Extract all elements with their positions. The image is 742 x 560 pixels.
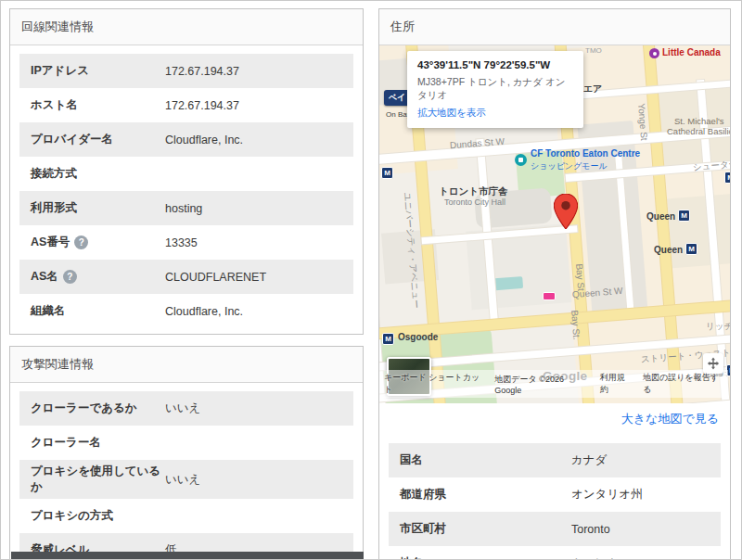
row-label-text: クローラーであるか <box>31 401 137 416</box>
row-label-text: 組織名 <box>31 303 66 319</box>
table-row: 組織名 Cloudflare, Inc. <box>19 294 353 328</box>
address-panel-title: 住所 <box>379 9 730 45</box>
row-label: プロキシを使用しているか <box>31 464 165 495</box>
row-label: プロキシの方式 <box>31 508 165 524</box>
subway-station-icon: M <box>724 172 730 184</box>
row-value: いいえ <box>165 472 342 488</box>
row-label: 組織名 <box>31 303 165 319</box>
map-label-queen-station: Queen <box>646 211 675 222</box>
row-label: ホスト名 <box>31 97 165 113</box>
larger-map-link[interactable]: 大きな地図で見る <box>621 412 719 426</box>
table-row: プロキシを使用しているか いいえ <box>19 460 353 499</box>
line-info-panel-title: 回線関連情報 <box>10 9 363 45</box>
row-label-text: プロキシの方式 <box>31 508 113 524</box>
row-value: CLOUDFLARENET <box>165 271 342 284</box>
row-label: クローラー名 <box>31 435 165 451</box>
map-info-card: 43°39'11.5"N 79°22'59.5"W MJ38+7PF トロント,… <box>407 51 583 128</box>
plus-code-address: MJ38+7PF トロント, カナダ オンタリオ <box>417 75 573 101</box>
row-label-text: AS番号 <box>31 235 70 250</box>
row-label: AS名? <box>31 269 165 285</box>
map-pin[interactable] <box>554 194 578 229</box>
row-label-text: ホスト名 <box>31 97 78 113</box>
table-row: AS名? CLOUDFLARENET <box>19 260 353 294</box>
right-column: 住所 <box>378 8 731 560</box>
attack-info-panel: 攻撃関連情報 クローラーであるか いいえ クローラー名 プロキシを使用しているか… <box>9 346 364 560</box>
row-label-text: 地名 <box>400 555 423 560</box>
keyboard-shortcuts-link[interactable]: キーボード ショートカット <box>384 372 483 396</box>
row-value: オンタリオ州 <box>571 487 710 503</box>
report-error-link[interactable]: 地図の誤りを報告する <box>643 372 723 396</box>
map-label-city-hall: トロント市庁舎 <box>439 185 507 198</box>
table-row: AS番号? 13335 <box>19 225 353 260</box>
row-label-text: プロキシを使用しているか <box>31 464 165 495</box>
row-label-text: 市区町村 <box>400 521 446 537</box>
table-row: 国名 カナダ <box>389 443 721 477</box>
help-icon[interactable]: ? <box>74 235 88 249</box>
table-row: 接続方式 <box>19 157 353 191</box>
attraction-icon <box>649 48 659 58</box>
row-label-text: プロバイダー名 <box>31 132 113 147</box>
street-label-richmond: リッチモ <box>706 321 730 333</box>
address-table: 国名 カナダ 都道府県 オンタリオ州 市区町村 Toronto 地名 トロント <box>379 435 730 560</box>
row-label: IPアドレス <box>31 63 165 79</box>
row-label: プロバイダー名 <box>31 132 165 147</box>
row-value: 172.67.194.37 <box>165 99 342 112</box>
row-label: AS番号? <box>31 235 165 250</box>
row-value: いいえ <box>165 401 342 416</box>
row-label-text: AS名 <box>31 269 58 285</box>
map-label-st-michaels: St. Michael's <box>674 116 724 126</box>
subway-station-icon: M <box>678 210 690 222</box>
row-label: 都道府県 <box>400 487 571 503</box>
map-pool <box>493 276 523 290</box>
row-label: クローラーであるか <box>31 401 165 416</box>
row-value: Cloudflare, Inc. <box>165 134 342 146</box>
row-value: 13335 <box>165 236 342 249</box>
map-label-st-michaels-2: Cathedral Basilica <box>667 126 730 136</box>
map-label-osgoode: Osgoode <box>398 332 438 342</box>
subway-station-icon: M <box>685 243 697 255</box>
map-attribution: キーボード ショートカット 地図データ ©2026 Google 利用規約 地図… <box>379 370 728 398</box>
table-row: 利用形式 hosting <box>19 191 353 225</box>
table-row: IPアドレス 172.67.194.37 <box>19 54 353 88</box>
table-row: 都道府県 オンタリオ州 <box>389 477 721 512</box>
row-label: 接続方式 <box>31 166 165 182</box>
columns: 回線関連情報 IPアドレス 172.67.194.37 ホスト名 172.67.… <box>1 1 741 560</box>
help-icon[interactable]: ? <box>63 270 77 284</box>
subway-station-icon: M <box>382 333 394 345</box>
map-label-city-hall-en: Toronto City Hall <box>444 197 505 207</box>
map-label-eaton-centre-sub: ショッピングモール <box>531 160 608 172</box>
map-label-little-canada: Little Canada <box>662 47 721 57</box>
row-label: 国名 <box>400 452 571 468</box>
google-map-embed[interactable]: TMO Little Canada ベイ On Bay サンコファ・スクエア S… <box>379 45 730 403</box>
row-value: トロント <box>571 555 710 560</box>
row-label-text: クローラー名 <box>31 435 101 451</box>
row-label-text: 利用形式 <box>31 200 77 216</box>
table-row: クローラーであるか いいえ <box>19 391 353 426</box>
terms-link[interactable]: 利用規約 <box>600 372 632 396</box>
attack-info-panel-title: 攻撃関連情報 <box>10 347 363 383</box>
table-row: 市区町村 Toronto <box>389 512 721 546</box>
transit-stop-icon <box>543 292 556 300</box>
table-row: ホスト名 172.67.194.37 <box>19 88 353 122</box>
row-label: 利用形式 <box>31 200 165 216</box>
row-label-text: IPアドレス <box>31 63 89 79</box>
enlarge-map-link[interactable]: 拡大地図を表示 <box>417 107 486 120</box>
row-value: 172.67.194.37 <box>165 65 342 78</box>
row-label-text: 接続方式 <box>31 166 77 182</box>
table-row: プロキシの方式 <box>19 499 353 533</box>
row-label-text: 都道府県 <box>400 487 446 503</box>
coordinates-text: 43°39'11.5"N 79°22'59.5"W <box>417 59 573 70</box>
page: 回線関連情報 IPアドレス 172.67.194.37 ホスト名 172.67.… <box>0 0 742 560</box>
attack-info-table: クローラーであるか いいえ クローラー名 プロキシを使用しているか いいえ プロ… <box>10 383 363 560</box>
map-data-text: 地図データ ©2026 Google <box>494 374 588 395</box>
shopping-mall-icon <box>515 154 527 166</box>
table-row: プロバイダー名 Cloudflare, Inc. <box>19 122 353 157</box>
larger-map-row: 大きな地図で見る <box>379 403 730 435</box>
row-label-text: 国名 <box>400 452 423 468</box>
row-label: 地名 <box>400 555 571 560</box>
map-label-eaton-centre: CF Toronto Eaton Centre <box>531 148 640 159</box>
map-building <box>667 192 730 268</box>
map-label-queen-station-2: Queen <box>654 245 683 255</box>
left-column: 回線関連情報 IPアドレス 172.67.194.37 ホスト名 172.67.… <box>9 8 364 560</box>
subway-station-icon: M <box>381 167 393 179</box>
